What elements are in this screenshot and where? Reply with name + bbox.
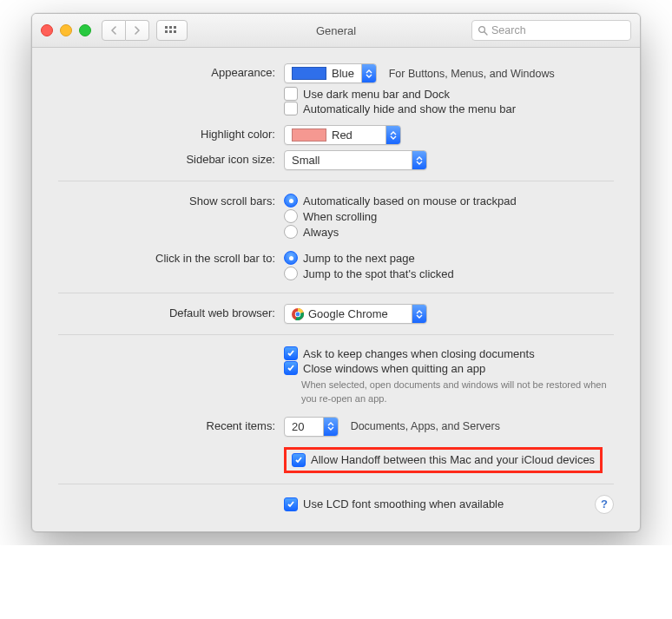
toolbar-nav [102,20,188,41]
recent-items-value: 20 [292,420,304,433]
highlight-color-label: Highlight color: [58,125,284,141]
jump-next-page-label: Jump to the next page [303,252,415,265]
appearance-note: For Buttons, Menus, and Windows [389,68,555,80]
separator [58,181,614,181]
close-windows-quit-checkbox[interactable] [284,361,298,375]
scroll-always-label: Always [303,226,339,239]
chevron-up-down-icon [361,64,376,82]
close-window-button[interactable] [41,24,53,36]
allow-handoff-checkbox[interactable] [292,453,306,467]
svg-line-7 [484,32,487,35]
svg-rect-3 [165,30,168,33]
appearance-swatch [292,67,326,80]
show-all-button[interactable] [156,20,188,41]
default-browser-select[interactable]: Google Chrome [284,304,427,324]
zoom-window-button[interactable] [79,24,91,36]
svg-rect-2 [174,26,176,29]
allow-handoff-label: Allow Handoff between this Mac and your … [311,453,595,466]
chrome-icon [292,308,304,320]
recent-items-select[interactable]: 20 [284,417,339,437]
help-button[interactable]: ? [595,495,614,514]
svg-rect-4 [169,30,172,33]
sidebar-icon-size-select[interactable]: Small [284,150,427,170]
close-windows-note: When selected, open documents and window… [301,379,614,406]
jump-clicked-spot-label: Jump to the spot that's clicked [303,267,454,280]
separator [58,334,614,335]
appearance-label: Appearance: [58,63,284,79]
titlebar: General Search [32,14,640,48]
jump-next-page-radio[interactable] [284,251,298,265]
separator [58,293,614,293]
auto-hide-menubar-checkbox[interactable] [284,102,298,115]
svg-rect-0 [165,26,168,29]
click-scroll-label: Click in the scroll bar to: [58,249,284,265]
svg-rect-1 [169,26,172,29]
lcd-smoothing-checkbox[interactable] [284,497,298,511]
scroll-always-radio[interactable] [284,225,298,239]
highlight-color-swatch [292,128,326,142]
minimize-window-button[interactable] [60,24,72,36]
scroll-auto-radio[interactable] [284,194,298,207]
show-scroll-bars-label: Show scroll bars: [58,192,284,207]
chevron-up-down-icon [385,126,400,144]
chevron-left-icon [110,26,117,35]
jump-clicked-spot-radio[interactable] [284,267,298,280]
default-browser-label: Default web browser: [58,304,284,319]
nav-back-forward [102,20,149,41]
highlight-color-select[interactable]: Red [284,125,401,145]
appearance-select[interactable]: Blue [284,63,377,83]
default-browser-value: Google Chrome [308,307,388,320]
sidebar-icon-size-label: Sidebar icon size: [58,150,284,166]
dark-menubar-label: Use dark menu bar and Dock [303,88,450,101]
highlight-color-value: Red [332,128,352,142]
content-pane: Appearance: Blue For Buttons, Menus, and… [32,48,640,531]
ask-keep-changes-label: Ask to keep changes when closing documen… [303,347,535,360]
sidebar-icon-size-value: Small [292,154,320,167]
chevron-up-down-icon [412,151,426,169]
scroll-when-label: When scrolling [303,210,377,223]
dark-menubar-checkbox[interactable] [284,87,298,101]
preferences-window: General Search Appearance: Blue [31,13,641,532]
handoff-highlight: Allow Handoff between this Mac and your … [284,447,603,473]
svg-point-10 [296,312,300,316]
grid-icon [165,26,179,35]
help-icon: ? [601,497,608,510]
separator [58,484,614,484]
chevron-up-down-icon [323,418,338,436]
lcd-smoothing-label: Use LCD font smoothing when available [303,497,504,510]
scroll-auto-label: Automatically based on mouse or trackpad [303,194,517,207]
window-controls [41,24,91,36]
appearance-value: Blue [332,67,354,80]
scroll-when-radio[interactable] [284,209,298,223]
chevron-up-down-icon [412,305,426,323]
auto-hide-menubar-label: Automatically hide and show the menu bar [303,102,516,115]
search-icon [478,25,488,36]
search-placeholder: Search [491,24,526,36]
close-windows-quit-label: Close windows when quitting an app [303,362,485,375]
svg-rect-5 [174,30,176,33]
search-input[interactable]: Search [471,20,631,41]
ask-keep-changes-checkbox[interactable] [284,346,298,360]
recent-items-label: Recent items: [58,417,284,432]
nav-forward-button[interactable] [126,20,149,41]
chevron-right-icon [134,26,141,35]
recent-items-after: Documents, Apps, and Servers [351,420,500,432]
nav-back-button[interactable] [102,20,126,41]
